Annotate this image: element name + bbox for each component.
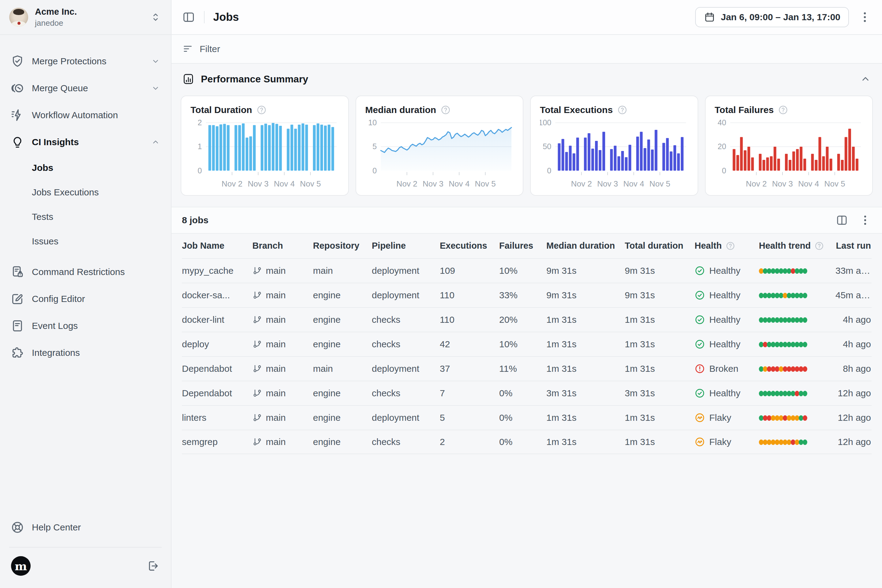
card-total-executions: Total Executions050100Nov 2Nov 3Nov 4Nov…: [530, 96, 698, 196]
check-circle-icon: [694, 339, 705, 350]
org-selector-icon[interactable]: [150, 11, 162, 23]
median-duration: 1m 31s: [546, 412, 625, 423]
job-name: docker-lint: [182, 315, 252, 325]
sidebar-item-label: Merge Protections: [32, 56, 106, 66]
executions: 7: [440, 388, 499, 398]
table-row[interactable]: deploymainenginechecks4210%1m 31s1m 31sH…: [182, 332, 872, 356]
git-branch-icon: [252, 290, 262, 300]
sidebar-item-command-restrictions[interactable]: Command Restrictions: [6, 258, 165, 285]
last-run: 8h ago: [836, 363, 872, 374]
chevron-down-icon: [151, 56, 160, 66]
svg-text:100: 100: [540, 118, 551, 127]
lightbulb-icon: [10, 135, 24, 149]
card-title-label: Median duration: [365, 105, 436, 115]
logout-icon[interactable]: [146, 559, 160, 573]
pipeline: deployment: [372, 290, 440, 300]
help-icon[interactable]: [778, 105, 788, 115]
sidebar-item-help-center[interactable]: Help Center: [0, 514, 171, 541]
table-row[interactable]: semgrepmainenginechecks20%1m 31s1m 31sFl…: [182, 430, 872, 454]
sidebar-item-label: Merge Queue: [32, 83, 88, 93]
help-center-label: Help Center: [32, 522, 81, 532]
table-row[interactable]: docker-sa...mainenginedeployment11033%9m…: [182, 283, 872, 307]
repository: main: [313, 363, 372, 374]
chart-median-duration: 0510Nov 2Nov 3Nov 4Nov 5: [365, 117, 514, 189]
performance-summary-header: Performance Summary: [171, 64, 882, 94]
alert-circle-icon: [694, 363, 705, 374]
sidebar-item-tests[interactable]: Tests: [6, 205, 165, 229]
table-kebab-menu-icon[interactable]: [859, 214, 872, 226]
svg-text:Nov 4: Nov 4: [623, 179, 644, 188]
sidebar-item-merge-queue[interactable]: Merge Queue: [6, 75, 165, 102]
repository: engine: [313, 290, 372, 300]
shield-check-icon: [10, 54, 24, 68]
sidebar-item-config-editor[interactable]: Config Editor: [6, 285, 165, 312]
health-trend: [759, 412, 836, 423]
sidebar-item-issues[interactable]: Issues: [6, 229, 165, 254]
sidebar-item-integrations[interactable]: Integrations: [6, 339, 165, 366]
collapse-chevron-up-icon[interactable]: [860, 73, 872, 85]
table-row[interactable]: docker-lintmainenginechecks11020%1m 31s1…: [182, 307, 872, 332]
executions: 110: [440, 315, 499, 325]
date-range-label: Jan 6, 09:00 – Jan 13, 17:00: [721, 12, 840, 22]
mergify-logo[interactable]: m: [11, 556, 31, 576]
failures: 10%: [499, 339, 546, 350]
repository: engine: [313, 412, 372, 423]
health-status: Flaky: [694, 437, 759, 447]
total-duration: 1m 31s: [625, 315, 694, 325]
sidebar-item-jobs[interactable]: Jobs: [6, 156, 165, 180]
filter-bar[interactable]: Filter: [171, 35, 882, 64]
sidebar-item-event-logs[interactable]: Event Logs: [6, 312, 165, 339]
trend-dot: [802, 293, 807, 298]
sidebar-item-merge-protections[interactable]: Merge Protections: [6, 48, 165, 75]
git-branch-icon: [252, 413, 262, 423]
help-icon[interactable]: [726, 241, 735, 251]
org-switcher[interactable]: Acme Inc. janedoe: [0, 0, 171, 35]
svg-text:Nov 5: Nov 5: [475, 179, 495, 188]
column-header-pipeline: Pipeline: [372, 241, 440, 251]
check-circle-icon: [694, 266, 705, 276]
header-kebab-menu-icon[interactable]: [858, 10, 872, 24]
trend-dot: [802, 317, 807, 323]
check-circle-icon: [694, 290, 705, 300]
card-title-label: Total Failures: [715, 105, 774, 115]
chart-total-duration: 012Nov 2Nov 3Nov 4Nov 5: [190, 117, 339, 189]
branch: main: [252, 266, 313, 276]
sidebar-toggle-icon[interactable]: [182, 10, 195, 24]
sidebar-item-workflow-automation[interactable]: Workflow Automation: [6, 102, 165, 129]
chart-total-failures: 02040Nov 2Nov 3Nov 4Nov 5: [715, 117, 863, 189]
health-status: Healthy: [694, 315, 759, 325]
help-icon[interactable]: [814, 241, 824, 251]
table-row[interactable]: Dependabotmainenginechecks70%3m 31s3m 31…: [182, 381, 872, 405]
zigzag-circle-icon: [694, 437, 705, 447]
branch: main: [252, 290, 313, 300]
help-icon[interactable]: [617, 105, 627, 115]
document-lock-icon: [10, 265, 24, 279]
columns-icon[interactable]: [836, 214, 848, 226]
executions: 109: [440, 266, 499, 276]
document-lines-icon: [10, 319, 24, 333]
date-range-button[interactable]: Jan 6, 09:00 – Jan 13, 17:00: [695, 7, 849, 27]
median-duration: 1m 31s: [546, 437, 625, 447]
executions: 42: [440, 339, 499, 350]
repository: engine: [313, 388, 372, 398]
trend-dot: [802, 391, 807, 396]
sidebar-item-label: CI Insights: [32, 137, 79, 147]
help-icon[interactable]: [256, 105, 267, 115]
repository: engine: [313, 437, 372, 447]
table-row[interactable]: Dependabotmainmaindeployment3711%1m 31s1…: [182, 356, 872, 381]
table-row[interactable]: lintersmainenginedeployment50%1m 31s1m 3…: [182, 405, 872, 430]
pipeline: deployment: [372, 363, 440, 374]
sidebar-item-jobs-executions[interactable]: Jobs Executions: [6, 180, 165, 205]
executions: 2: [440, 437, 499, 447]
sidebar-item-ci-insights[interactable]: CI Insights: [6, 129, 165, 156]
git-branch-icon: [252, 315, 262, 325]
health-status: Healthy: [694, 388, 759, 398]
column-header-executions: Executions: [440, 241, 499, 251]
column-header-health-trend: Health trend: [759, 241, 836, 251]
table-row[interactable]: mypy_cachemainmaindeployment10910%9m 31s…: [182, 258, 872, 283]
svg-text:50: 50: [543, 142, 551, 151]
git-branch-icon: [252, 437, 262, 447]
help-icon[interactable]: [440, 105, 451, 115]
sidebar-item-label: Workflow Automation: [32, 110, 118, 120]
failures: 11%: [499, 363, 546, 374]
